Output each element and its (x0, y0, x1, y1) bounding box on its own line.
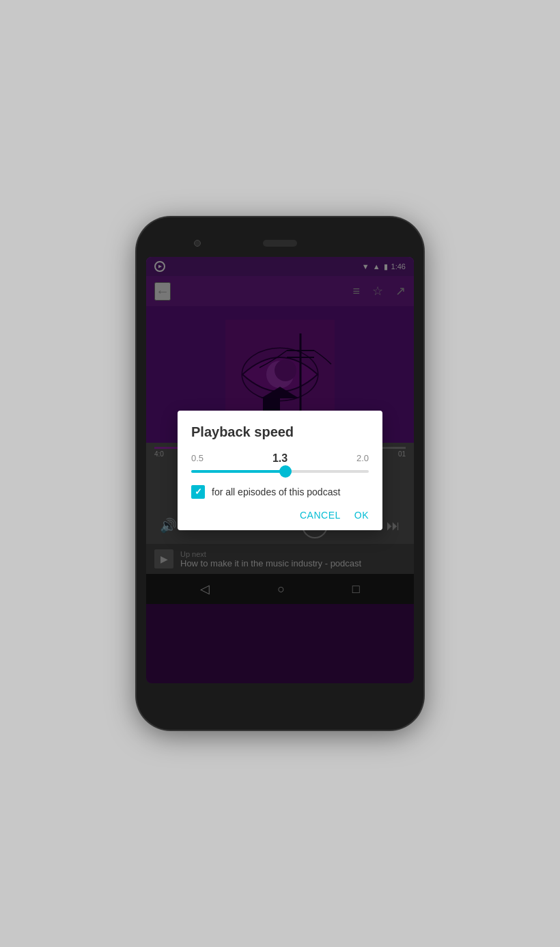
dialog-actions: CANCEL OK (191, 510, 369, 521)
phone-device: ▼ ▲ ▮ 1:46 ← ≡ ☆ ↗ (137, 217, 423, 730)
phone-speaker (263, 240, 297, 247)
slider-section: 0.5 1.3 2.0 (191, 452, 369, 473)
slider-thumb[interactable] (279, 465, 292, 478)
ok-button[interactable]: OK (354, 510, 369, 521)
slider-labels: 0.5 1.3 2.0 (191, 452, 369, 465)
phone-bottom-bar (146, 683, 414, 704)
slider-track[interactable] (191, 470, 369, 473)
checkbox-row[interactable]: for all episodes of this podcast (191, 485, 369, 499)
slider-min: 0.5 (191, 453, 204, 463)
phone-top-bar (146, 230, 414, 257)
slider-current: 1.3 (272, 452, 288, 465)
cancel-button[interactable]: CANCEL (300, 510, 341, 521)
dialog-title: Playback speed (191, 424, 369, 440)
slider-max: 2.0 (356, 453, 369, 463)
checkbox[interactable] (191, 485, 205, 499)
slider-fill (191, 470, 285, 473)
phone-camera (194, 240, 201, 247)
checkbox-label: for all episodes of this podcast (212, 486, 340, 497)
phone-screen: ▼ ▲ ▮ 1:46 ← ≡ ☆ ↗ (146, 257, 414, 683)
dialog-overlay: Playback speed 0.5 1.3 2.0 for all episo… (146, 257, 414, 683)
playback-speed-dialog: Playback speed 0.5 1.3 2.0 for all episo… (178, 411, 382, 530)
